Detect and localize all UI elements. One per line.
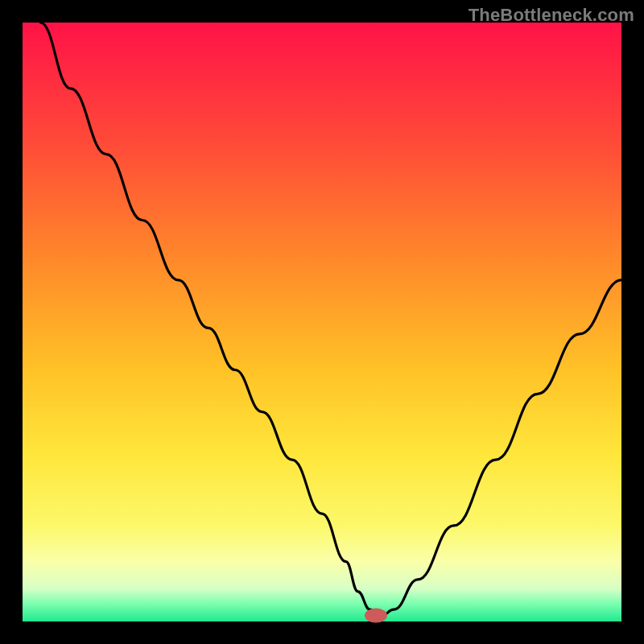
- watermark-text: TheBottleneck.com: [469, 5, 634, 26]
- min-marker: [365, 609, 387, 623]
- plot-background: [23, 23, 621, 621]
- chart-frame: TheBottleneck.com: [0, 0, 644, 644]
- bottleneck-chart: [0, 0, 644, 644]
